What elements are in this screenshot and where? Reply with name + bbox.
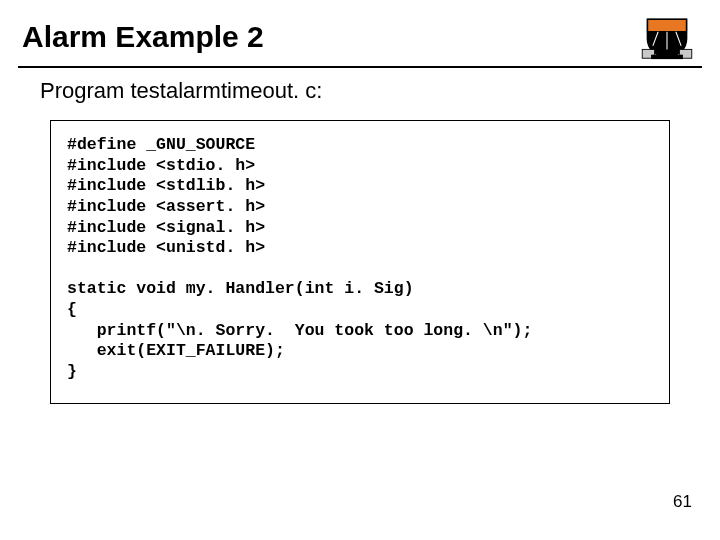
- title-row: Alarm Example 2: [0, 0, 720, 66]
- slide: Alarm Example 2 Program testalarmtimeout…: [0, 0, 720, 540]
- program-label: Program testalarmtimeout. c:: [40, 78, 720, 104]
- princeton-logo-icon: [640, 14, 694, 60]
- code-line: #include <stdlib. h>: [67, 176, 265, 195]
- slide-title: Alarm Example 2: [22, 20, 264, 54]
- code-box: #define _GNU_SOURCE #include <stdio. h> …: [50, 120, 670, 404]
- code-line: #include <unistd. h>: [67, 238, 265, 257]
- page-number: 61: [673, 492, 692, 512]
- code-line: #define _GNU_SOURCE: [67, 135, 255, 154]
- svg-rect-2: [651, 55, 683, 59]
- title-divider: [18, 66, 702, 68]
- code-line: printf("\n. Sorry. You took too long. \n…: [67, 321, 532, 340]
- code-line: }: [67, 362, 77, 381]
- code-line: #include <stdio. h>: [67, 156, 255, 175]
- code-line: exit(EXIT_FAILURE);: [67, 341, 285, 360]
- code-line: #include <assert. h>: [67, 197, 265, 216]
- code-line: static void my. Handler(int i. Sig): [67, 279, 414, 298]
- code-line: #include <signal. h>: [67, 218, 265, 237]
- code-line: {: [67, 300, 77, 319]
